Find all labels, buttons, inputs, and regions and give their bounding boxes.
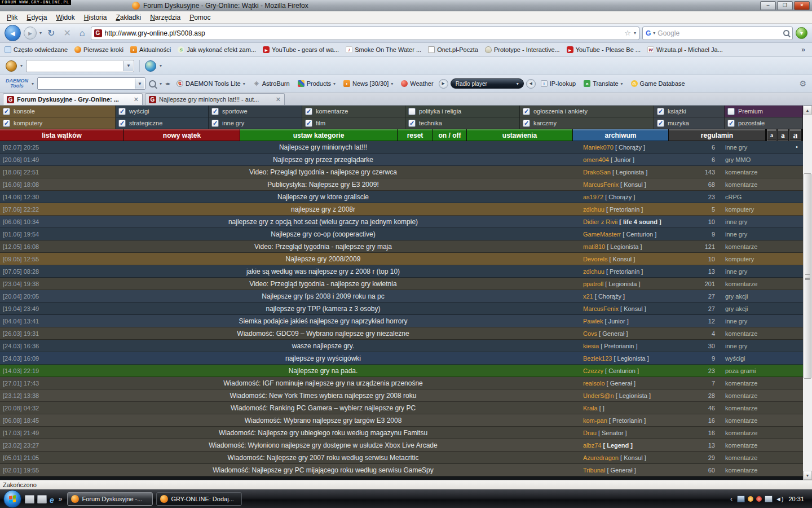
addon-orange-dropdown-icon[interactable]: ▾ xyxy=(20,63,23,68)
volume-icon[interactable]: ◄) xyxy=(775,496,784,502)
thread-category[interactable]: inne gry xyxy=(718,318,791,325)
start-button[interactable] xyxy=(3,490,21,508)
thread-row[interactable]: [24.03] 16:36wasze najlepsze gry.kiesia … xyxy=(0,340,803,352)
bookmark-star-icon[interactable]: ☆ xyxy=(624,29,631,37)
toolbar-products[interactable]: Products▾ xyxy=(295,80,338,87)
filter-sportowe[interactable]: ✓sportowe xyxy=(209,106,302,117)
author-name[interactable]: MarcusFenix xyxy=(583,305,619,312)
back-button[interactable]: ◄ xyxy=(5,25,21,41)
tab-najlepsze-gry[interactable]: G Najlepsze gry minionych lat!!! - aut..… xyxy=(145,93,285,105)
thread-category[interactable]: komentarze xyxy=(718,405,791,411)
daemon-tray-icon[interactable] xyxy=(748,496,753,502)
display-tray-icon[interactable] xyxy=(737,496,745,502)
scrollbar-thumb[interactable] xyxy=(804,173,811,379)
author-name[interactable]: MarcusFenix xyxy=(583,181,619,188)
globe-dropdown-icon[interactable]: ▾ xyxy=(160,63,162,68)
author-name[interactable]: omen404 xyxy=(583,156,609,163)
author-name[interactable]: realsolo xyxy=(583,380,605,387)
thread-title-link[interactable]: Wiadomość: IGF nominuje najlepsze gry na… xyxy=(63,379,583,387)
thread-category[interactable]: komentarze xyxy=(718,454,791,461)
dropdown-icon[interactable]: ▾ xyxy=(243,81,245,86)
thread-title-link[interactable]: Najlepsze gry w ktore graliscie xyxy=(63,193,583,201)
security-tray-icon[interactable] xyxy=(756,496,762,502)
download-accelerator-icon[interactable]: ▾ xyxy=(796,27,807,39)
thread-title-link[interactable]: Wiadomość: GDC09 – Wybrano najlepsze gry… xyxy=(63,330,583,338)
checkbox-checked[interactable]: ✓ xyxy=(211,120,219,127)
thread-title-link[interactable]: najlepsze gry wyścigówki xyxy=(63,354,583,362)
author-name[interactable]: zdichuu xyxy=(583,268,604,275)
menu-zakładki[interactable]: Zakładki xyxy=(111,12,145,23)
thread-row[interactable]: [02.07] 20:25Najlepsze gry minionych lat… xyxy=(0,141,803,154)
filter-karczmy[interactable]: ✓karczmy xyxy=(520,117,654,129)
thread-category[interactable]: inne gry xyxy=(718,343,791,349)
thread-category[interactable]: poza grami xyxy=(718,367,791,374)
bookmark-wrzuta-pl-michael-ja[interactable]: WWrzuta.pl - Michael Ja... xyxy=(647,46,723,53)
thread-title-link[interactable]: Video: Przegląd tygodnia - najlepsze gry… xyxy=(63,280,583,288)
thread-title-link[interactable]: wasze najlepsze gry. xyxy=(63,342,583,350)
checkbox-checked[interactable]: ✓ xyxy=(305,120,312,127)
thread-title-link[interactable]: najlepsze gry z 2008r xyxy=(63,205,583,213)
filter-pozostałe[interactable]: ✓pozostałe xyxy=(725,117,803,129)
author-name[interactable]: Czezzy xyxy=(583,367,603,374)
thread-row[interactable]: [14.03] 22:19Najlepsze gry na pada.Czezz… xyxy=(0,365,803,377)
thread-row[interactable]: [12.05] 16:08Video: Przegląd tygodnia - … xyxy=(0,240,803,253)
font-size-button-s[interactable]: a xyxy=(767,129,776,141)
thread-author[interactable]: x21 [ Chorąży ] xyxy=(583,293,699,300)
radio-player-select[interactable]: Radio player▾ xyxy=(451,78,524,89)
filter-film[interactable]: ✓film xyxy=(302,117,405,129)
forward-button[interactable]: ► xyxy=(24,27,37,40)
bookmark-jak-wykonać-efekt-zam[interactable]: SJak wykonać efekt zam... xyxy=(178,46,256,53)
network-tray-icon[interactable] xyxy=(765,496,773,502)
url-dropdown-icon[interactable]: ▾ xyxy=(634,30,636,36)
taskbar-button-gry-online-dodaj[interactable]: GRY-ONLINE: Dodaj... xyxy=(156,492,242,506)
author-name[interactable]: Covs xyxy=(583,330,597,337)
thread-category[interactable]: inne gry xyxy=(718,231,791,238)
thread-row[interactable]: [17.03] 21:49Wiadomość: Najlepsze gry ub… xyxy=(0,427,803,439)
thread-author[interactable]: UnderS@n [ Legionista ] xyxy=(583,392,699,399)
daemon-combobox[interactable]: ▼ xyxy=(37,77,145,90)
action-ustaw-kategorie[interactable]: ustaw kategorie xyxy=(240,129,398,141)
thread-title-link[interactable]: Siemka podajcie jakieś najlepsze gry nap… xyxy=(63,317,583,325)
checkbox-checked[interactable]: ✓ xyxy=(118,120,126,127)
daemon-search-icon[interactable] xyxy=(149,80,156,87)
thread-category[interactable]: komentarze xyxy=(718,181,791,188)
thread-title-link[interactable]: Wiadomość: Najlepsze gry PC mijającego r… xyxy=(63,466,583,474)
stop-button[interactable]: ✕ xyxy=(60,28,73,38)
thread-category[interactable]: gry MMO xyxy=(718,156,791,163)
thread-row[interactable]: [05.01] 21:05Wiadomość: Najlepsze gry 20… xyxy=(0,452,803,464)
thread-author[interactable]: kom-pan [ Pretorianin ] xyxy=(583,417,699,424)
action-reset[interactable]: reset xyxy=(398,129,433,141)
search-box[interactable]: G ▾ Google xyxy=(642,27,793,40)
thread-title-link[interactable]: najlepsze gry TPP (kamera z 3 osoby) xyxy=(63,305,583,313)
author-name[interactable]: Azuredragon xyxy=(583,454,619,461)
thread-author[interactable]: MarcusFenix [ Konsul ] xyxy=(583,181,699,188)
action-archiwum[interactable]: archiwum xyxy=(573,129,669,141)
thread-author[interactable]: Didier z Rivii [ life 4 sound ] xyxy=(583,218,699,225)
internet-explorer-icon[interactable]: e xyxy=(50,496,54,503)
google-logo-icon[interactable]: G xyxy=(646,29,651,37)
thread-title-link[interactable]: Wiadomość: Najlepsze gry 2007 roku wedłu… xyxy=(63,454,583,462)
author-name[interactable]: kom-pan xyxy=(583,417,607,424)
checkbox-checked[interactable]: ✓ xyxy=(657,108,664,115)
combo-dropdown-icon[interactable]: ▼ xyxy=(135,78,144,89)
thread-author[interactable]: Czezzy [ Centurion ] xyxy=(583,367,699,374)
bookmark-youtube-gears-of-wa[interactable]: ▶YouTube - gears of wa... xyxy=(263,46,339,53)
combo-dropdown-icon[interactable]: ▼ xyxy=(123,61,133,71)
bookmarks-overflow-icon[interactable]: » xyxy=(801,46,807,54)
toolbar-daemon-tools-lite[interactable]: ↯DAEMON Tools Lite▾ xyxy=(174,80,248,87)
thread-category[interactable]: inne gry xyxy=(718,268,791,275)
author-name[interactable]: Beziek123 xyxy=(583,355,612,362)
thread-title-link[interactable]: Najlepsze gry fps 2008 i 2009 roku na pc xyxy=(63,292,583,300)
author-name[interactable]: zdichuu xyxy=(583,206,604,213)
thread-row[interactable]: [23.02] 23:27Wiadomość: Wyłoniono najlep… xyxy=(0,439,803,452)
thread-category[interactable]: komentarze xyxy=(718,243,791,250)
bookmark-aktualności[interactable]: ◗Aktualności xyxy=(130,46,171,53)
thread-title-link[interactable]: najlepsze gry z opcją hot seat (wielu gr… xyxy=(63,218,583,226)
thread-category[interactable]: komentarze xyxy=(718,392,791,399)
filter-wyścigi[interactable]: ✓wyścigi xyxy=(116,106,209,117)
thread-category[interactable]: komentarze xyxy=(718,442,791,449)
thread-category[interactable]: komentarze xyxy=(718,430,791,436)
taskbar-button-forum-dyskusyjne[interactable]: Forum Dyskusyjne -... xyxy=(67,492,153,506)
toolbar-game-database[interactable]: GGame Database xyxy=(628,80,688,87)
url-bar[interactable]: G http://www.gry-online.pl/S008.asp ☆ ▾ xyxy=(91,27,640,40)
